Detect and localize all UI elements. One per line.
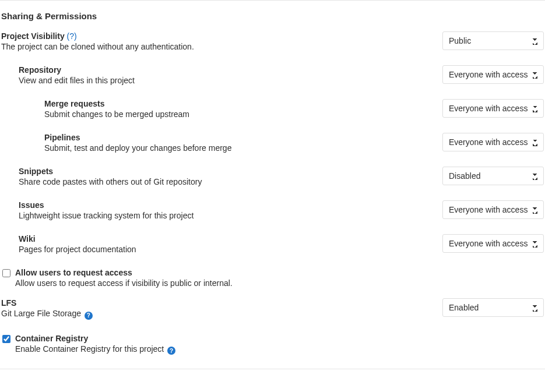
pipelines-row: Pipelines Submit, test and deploy your c… xyxy=(1,133,544,161)
wiki-select[interactable]: Everyone with accessOnly project members… xyxy=(442,234,544,253)
project-visibility-row: Project Visibility (?) The project can b… xyxy=(1,31,544,59)
repository-title: Repository xyxy=(19,65,431,75)
request-access-checkbox[interactable] xyxy=(2,269,10,277)
merge-requests-select[interactable]: Everyone with accessOnly project members… xyxy=(442,99,544,118)
project-visibility-help-link[interactable]: (?) xyxy=(67,31,77,41)
pipelines-title: Pipelines xyxy=(44,133,431,142)
container-registry-checkbox[interactable] xyxy=(2,335,10,343)
issues-select[interactable]: Everyone with accessOnly project members… xyxy=(442,200,544,219)
merge-requests-row: Merge requests Submit changes to be merg… xyxy=(1,99,544,127)
container-registry-row: Container Registry Enable Container Regi… xyxy=(1,334,544,355)
lfs-row: LFS Git Large File Storage ? EnabledDisa… xyxy=(1,298,544,328)
repository-desc: View and edit files in this project xyxy=(19,76,431,85)
pipelines-desc: Submit, test and deploy your changes bef… xyxy=(44,143,431,153)
section-heading: Sharing & Permissions xyxy=(1,11,544,21)
snippets-title: Snippets xyxy=(19,167,431,176)
question-circle-icon[interactable]: ? xyxy=(167,347,175,355)
snippets-select[interactable]: Everyone with accessOnly project members… xyxy=(442,167,544,185)
pipelines-select[interactable]: Everyone with accessOnly project members… xyxy=(442,133,544,151)
lfs-title: LFS xyxy=(1,298,431,308)
issues-row: Issues Lightweight issue tracking system… xyxy=(1,200,544,228)
repository-select[interactable]: Everyone with accessOnly project members… xyxy=(442,65,544,84)
repository-row: Repository View and edit files in this p… xyxy=(1,65,544,93)
wiki-title: Wiki xyxy=(19,234,431,243)
project-visibility-title: Project Visibility (?) xyxy=(1,31,431,41)
wiki-desc: Pages for project documentation xyxy=(19,245,431,254)
lfs-desc-text: Git Large File Storage xyxy=(1,309,81,318)
lfs-desc: Git Large File Storage ? xyxy=(1,309,431,320)
container-registry-desc-text: Enable Container Registry for this proje… xyxy=(15,344,164,354)
project-visibility-title-text: Project Visibility xyxy=(1,31,65,41)
request-access-title: Allow users to request access xyxy=(15,268,233,277)
question-circle-icon[interactable]: ? xyxy=(85,312,93,320)
snippets-row: Snippets Share code pastes with others o… xyxy=(1,167,544,195)
issues-desc: Lightweight issue tracking system for th… xyxy=(19,211,431,220)
sharing-permissions-section: Sharing & Permissions Project Visibility… xyxy=(0,0,545,369)
merge-requests-title: Merge requests xyxy=(44,99,431,108)
project-visibility-select[interactable]: PublicInternalPrivate xyxy=(442,31,544,50)
container-registry-desc: Enable Container Registry for this proje… xyxy=(15,344,175,355)
project-visibility-desc: The project can be cloned without any au… xyxy=(1,42,431,51)
wiki-row: Wiki Pages for project documentation Eve… xyxy=(1,234,544,262)
lfs-select[interactable]: EnabledDisabled xyxy=(442,298,544,317)
merge-requests-desc: Submit changes to be merged upstream xyxy=(44,110,431,119)
issues-title: Issues xyxy=(19,200,431,210)
request-access-desc: Allow users to request access if visibil… xyxy=(15,278,233,288)
snippets-desc: Share code pastes with others out of Git… xyxy=(19,177,431,186)
container-registry-title: Container Registry xyxy=(15,334,175,343)
request-access-row: Allow users to request access Allow user… xyxy=(1,268,544,288)
